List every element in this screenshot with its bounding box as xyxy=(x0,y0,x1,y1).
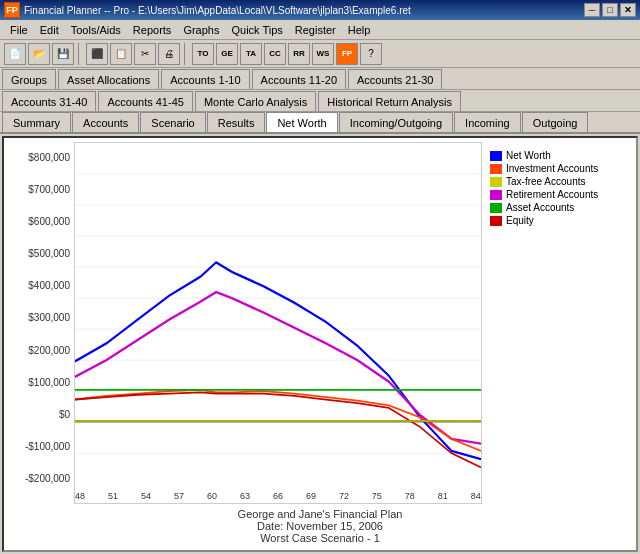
x-66: 66 xyxy=(273,491,283,501)
tb-btn15[interactable]: ? xyxy=(360,43,382,65)
maximize-button[interactable]: □ xyxy=(602,3,618,17)
close-button[interactable]: ✕ xyxy=(620,3,636,17)
legend-color-investment xyxy=(490,164,502,174)
y-label-400k: $400,000 xyxy=(28,280,70,291)
tb-btn8[interactable]: TO xyxy=(192,43,214,65)
tb-btn7[interactable]: 🖨 xyxy=(158,43,180,65)
window-title: Financial Planner -- Pro - E:\Users\Jim\… xyxy=(24,5,411,16)
menu-tools[interactable]: Tools/Aids xyxy=(65,22,127,38)
tb-btn11[interactable]: CC xyxy=(264,43,286,65)
menu-register[interactable]: Register xyxy=(289,22,342,38)
y-label-neg100k: -$100,000 xyxy=(25,441,70,452)
x-69: 69 xyxy=(306,491,316,501)
x-60: 60 xyxy=(207,491,217,501)
legend-label-investment: Investment Accounts xyxy=(506,163,598,174)
legend-label-equity: Equity xyxy=(506,215,534,226)
legend-retirement: Retirement Accounts xyxy=(490,189,632,200)
tab-accounts-11-20[interactable]: Accounts 11-20 xyxy=(252,69,346,89)
legend-color-taxfree xyxy=(490,177,502,187)
legend-equity: Equity xyxy=(490,215,632,226)
y-label-200k: $200,000 xyxy=(28,345,70,356)
legend-color-asset xyxy=(490,203,502,213)
tab-incoming[interactable]: Incoming xyxy=(454,112,521,132)
y-axis: $800,000 $700,000 $600,000 $500,000 $400… xyxy=(4,142,74,504)
tab-monte-carlo[interactable]: Monte Carlo Analysis xyxy=(195,91,316,111)
x-63: 63 xyxy=(240,491,250,501)
menu-bar: File Edit Tools/Aids Reports Graphs Quic… xyxy=(0,20,640,40)
legend-asset: Asset Accounts xyxy=(490,202,632,213)
equity-line xyxy=(75,392,481,467)
footer-line3: Worst Case Scenario - 1 xyxy=(4,532,636,544)
y-label-0: $0 xyxy=(59,409,70,420)
tb-btn12[interactable]: RR xyxy=(288,43,310,65)
x-72: 72 xyxy=(339,491,349,501)
minimize-button[interactable]: ─ xyxy=(584,3,600,17)
x-78: 78 xyxy=(405,491,415,501)
tb-open[interactable]: 📂 xyxy=(28,43,50,65)
tab-outgoing[interactable]: Outgoing xyxy=(522,112,589,132)
tb-save[interactable]: 💾 xyxy=(52,43,74,65)
menu-help[interactable]: Help xyxy=(342,22,377,38)
legend-taxfree: Tax-free Accounts xyxy=(490,176,632,187)
tab-summary[interactable]: Summary xyxy=(2,112,71,132)
legend-label-asset: Asset Accounts xyxy=(506,202,574,213)
y-label-800k: $800,000 xyxy=(28,152,70,163)
menu-reports[interactable]: Reports xyxy=(127,22,178,38)
tab-accounts-1-10[interactable]: Accounts 1-10 xyxy=(161,69,249,89)
tab-asset-allocations[interactable]: Asset Allocations xyxy=(58,69,159,89)
x-54: 54 xyxy=(141,491,151,501)
footer-line2: Date: November 15, 2006 xyxy=(4,520,636,532)
legend-investment: Investment Accounts xyxy=(490,163,632,174)
tab-historical-return[interactable]: Historical Return Analysis xyxy=(318,91,461,111)
title-bar: FP Financial Planner -- Pro - E:\Users\J… xyxy=(0,0,640,20)
tab-incoming-outgoing[interactable]: Incoming/Outgoing xyxy=(339,112,453,132)
chart-svg xyxy=(75,143,481,489)
tab-accounts-21-30[interactable]: Accounts 21-30 xyxy=(348,69,442,89)
legend-label-net-worth: Net Worth xyxy=(506,150,551,161)
legend-label-retirement: Retirement Accounts xyxy=(506,189,598,200)
legend-label-taxfree: Tax-free Accounts xyxy=(506,176,585,187)
menu-edit[interactable]: Edit xyxy=(34,22,65,38)
chart-footer: George and Jane's Financial Plan Date: N… xyxy=(4,504,636,550)
x-75: 75 xyxy=(372,491,382,501)
nav-tabs-row1: Groups Asset Allocations Accounts 1-10 A… xyxy=(0,68,640,90)
tab-scenario[interactable]: Scenario xyxy=(140,112,205,132)
tab-accounts-41-45[interactable]: Accounts 41-45 xyxy=(98,91,192,111)
tb-btn14[interactable]: FP xyxy=(336,43,358,65)
tab-net-worth[interactable]: Net Worth xyxy=(266,112,337,132)
x-51: 51 xyxy=(108,491,118,501)
y-label-500k: $500,000 xyxy=(28,248,70,259)
app-icon: FP xyxy=(4,2,20,18)
tb-btn13[interactable]: WS xyxy=(312,43,334,65)
tab-groups[interactable]: Groups xyxy=(2,69,56,89)
y-label-300k: $300,000 xyxy=(28,312,70,323)
x-axis: 48 51 54 57 60 63 66 69 72 75 78 81 84 xyxy=(75,489,481,503)
app-window: FP Financial Planner -- Pro - E:\Users\J… xyxy=(0,0,640,554)
x-57: 57 xyxy=(174,491,184,501)
y-label-100k: $100,000 xyxy=(28,377,70,388)
menu-file[interactable]: File xyxy=(4,22,34,38)
tb-btn10[interactable]: TA xyxy=(240,43,262,65)
tb-sep1 xyxy=(78,43,82,65)
menu-quicktips[interactable]: Quick Tips xyxy=(225,22,288,38)
tb-btn9[interactable]: GE xyxy=(216,43,238,65)
tb-btn4[interactable]: ⬛ xyxy=(86,43,108,65)
tb-sep2 xyxy=(184,43,188,65)
tab-results[interactable]: Results xyxy=(207,112,266,132)
footer-line1: George and Jane's Financial Plan xyxy=(4,508,636,520)
menu-graphs[interactable]: Graphs xyxy=(177,22,225,38)
tb-new[interactable]: 📄 xyxy=(4,43,26,65)
legend-color-equity xyxy=(490,216,502,226)
legend-net-worth: Net Worth xyxy=(490,150,632,161)
y-label-600k: $600,000 xyxy=(28,216,70,227)
chart-panel: $800,000 $700,000 $600,000 $500,000 $400… xyxy=(2,136,638,552)
tab-accounts[interactable]: Accounts xyxy=(72,112,139,132)
legend-color-net-worth xyxy=(490,151,502,161)
toolbar: 📄 📂 💾 ⬛ 📋 ✂ 🖨 TO GE TA CC RR WS FP ? xyxy=(0,40,640,68)
x-81: 81 xyxy=(438,491,448,501)
tb-btn5[interactable]: 📋 xyxy=(110,43,132,65)
x-48: 48 xyxy=(75,491,85,501)
y-label-700k: $700,000 xyxy=(28,184,70,195)
tab-accounts-31-40[interactable]: Accounts 31-40 xyxy=(2,91,96,111)
tb-btn6[interactable]: ✂ xyxy=(134,43,156,65)
